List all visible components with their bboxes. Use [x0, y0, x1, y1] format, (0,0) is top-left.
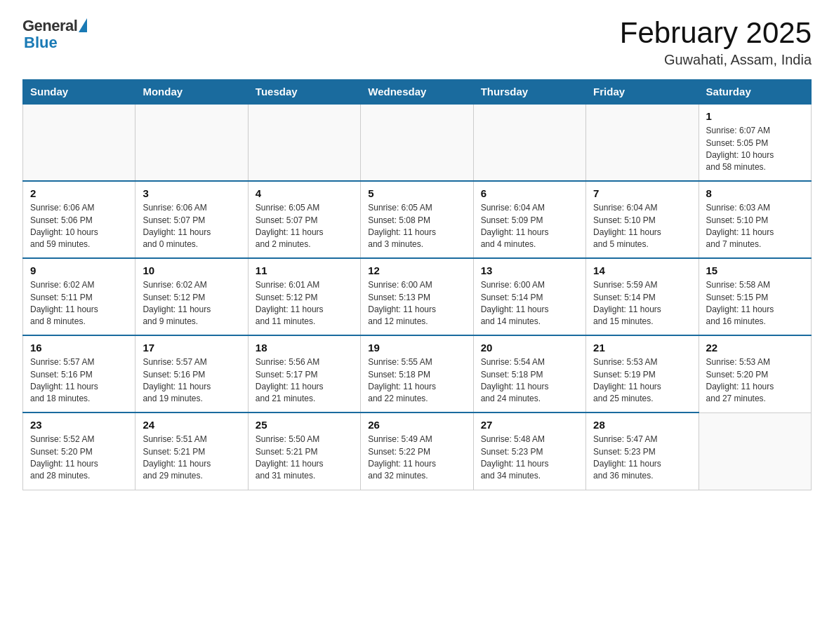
calendar-cell: 15Sunrise: 5:58 AM Sunset: 5:15 PM Dayli…: [699, 258, 811, 335]
day-info: Sunrise: 5:47 AM Sunset: 5:23 PM Dayligh…: [593, 434, 691, 483]
calendar-cell: 2Sunrise: 6:06 AM Sunset: 5:06 PM Daylig…: [23, 181, 135, 258]
calendar-cell: 13Sunrise: 6:00 AM Sunset: 5:14 PM Dayli…: [473, 258, 585, 335]
weekday-header-thursday: Thursday: [473, 80, 585, 105]
day-number: 5: [368, 187, 465, 199]
day-info: Sunrise: 5:54 AM Sunset: 5:18 PM Dayligh…: [481, 356, 578, 405]
calendar-cell: 24Sunrise: 5:51 AM Sunset: 5:21 PM Dayli…: [135, 412, 248, 490]
calendar-cell: 26Sunrise: 5:49 AM Sunset: 5:22 PM Dayli…: [361, 412, 473, 490]
title-section: February 2025 Guwahati, Assam, India: [620, 17, 812, 68]
day-info: Sunrise: 5:53 AM Sunset: 5:19 PM Dayligh…: [593, 356, 691, 405]
day-number: 11: [256, 264, 353, 276]
calendar-cell: 11Sunrise: 6:01 AM Sunset: 5:12 PM Dayli…: [248, 258, 360, 335]
day-number: 24: [143, 419, 240, 431]
day-info: Sunrise: 5:57 AM Sunset: 5:16 PM Dayligh…: [30, 356, 128, 405]
calendar-cell: [361, 104, 473, 181]
day-number: 25: [256, 419, 353, 431]
day-info: Sunrise: 5:59 AM Sunset: 5:14 PM Dayligh…: [593, 279, 691, 328]
calendar-week-row: 9Sunrise: 6:02 AM Sunset: 5:11 PM Daylig…: [23, 258, 812, 335]
day-number: 21: [593, 342, 691, 354]
calendar-header-row: SundayMondayTuesdayWednesdayThursdayFrid…: [23, 80, 812, 105]
day-info: Sunrise: 5:50 AM Sunset: 5:21 PM Dayligh…: [256, 434, 353, 483]
day-number: 8: [706, 187, 804, 199]
calendar-cell: 14Sunrise: 5:59 AM Sunset: 5:14 PM Dayli…: [586, 258, 699, 335]
calendar-cell: 22Sunrise: 5:53 AM Sunset: 5:20 PM Dayli…: [699, 335, 811, 412]
day-info: Sunrise: 5:51 AM Sunset: 5:21 PM Dayligh…: [143, 434, 240, 483]
calendar-cell: 1Sunrise: 6:07 AM Sunset: 5:05 PM Daylig…: [699, 104, 811, 181]
weekday-header-wednesday: Wednesday: [361, 80, 473, 105]
calendar-cell: [699, 412, 811, 490]
day-info: Sunrise: 6:05 AM Sunset: 5:07 PM Dayligh…: [256, 202, 353, 251]
calendar-cell: [23, 104, 135, 181]
logo: General Blue: [22, 17, 87, 52]
calendar-cell: 19Sunrise: 5:55 AM Sunset: 5:18 PM Dayli…: [361, 335, 473, 412]
day-number: 9: [30, 264, 128, 276]
calendar-cell: 12Sunrise: 6:00 AM Sunset: 5:13 PM Dayli…: [361, 258, 473, 335]
day-number: 13: [481, 264, 578, 276]
day-number: 22: [706, 342, 804, 354]
weekday-header-saturday: Saturday: [699, 80, 811, 105]
calendar-table: SundayMondayTuesdayWednesdayThursdayFrid…: [22, 79, 812, 490]
weekday-header-tuesday: Tuesday: [248, 80, 360, 105]
calendar-cell: 18Sunrise: 5:56 AM Sunset: 5:17 PM Dayli…: [248, 335, 360, 412]
calendar-cell: 6Sunrise: 6:04 AM Sunset: 5:09 PM Daylig…: [473, 181, 585, 258]
day-number: 27: [481, 419, 578, 431]
calendar-cell: 3Sunrise: 6:06 AM Sunset: 5:07 PM Daylig…: [135, 181, 248, 258]
day-info: Sunrise: 5:57 AM Sunset: 5:16 PM Dayligh…: [143, 356, 240, 405]
day-number: 10: [143, 264, 240, 276]
calendar-cell: 5Sunrise: 6:05 AM Sunset: 5:08 PM Daylig…: [361, 181, 473, 258]
calendar-cell: 21Sunrise: 5:53 AM Sunset: 5:19 PM Dayli…: [586, 335, 699, 412]
calendar-cell: 20Sunrise: 5:54 AM Sunset: 5:18 PM Dayli…: [473, 335, 585, 412]
calendar-cell: 23Sunrise: 5:52 AM Sunset: 5:20 PM Dayli…: [23, 412, 135, 490]
day-info: Sunrise: 5:53 AM Sunset: 5:20 PM Dayligh…: [706, 356, 804, 405]
day-number: 7: [593, 187, 691, 199]
day-info: Sunrise: 5:58 AM Sunset: 5:15 PM Dayligh…: [706, 279, 804, 328]
day-info: Sunrise: 6:06 AM Sunset: 5:07 PM Dayligh…: [143, 202, 240, 251]
logo-top: General: [22, 17, 87, 35]
location-subtitle: Guwahati, Assam, India: [620, 52, 812, 68]
day-info: Sunrise: 5:52 AM Sunset: 5:20 PM Dayligh…: [30, 434, 128, 483]
calendar-week-row: 23Sunrise: 5:52 AM Sunset: 5:20 PM Dayli…: [23, 412, 812, 490]
day-info: Sunrise: 6:04 AM Sunset: 5:10 PM Dayligh…: [593, 202, 691, 251]
calendar-cell: [135, 104, 248, 181]
day-info: Sunrise: 6:01 AM Sunset: 5:12 PM Dayligh…: [256, 279, 353, 328]
day-number: 17: [143, 342, 240, 354]
calendar-cell: 28Sunrise: 5:47 AM Sunset: 5:23 PM Dayli…: [586, 412, 699, 490]
month-title: February 2025: [620, 17, 812, 49]
day-number: 6: [481, 187, 578, 199]
calendar-cell: [248, 104, 360, 181]
day-info: Sunrise: 6:00 AM Sunset: 5:14 PM Dayligh…: [481, 279, 578, 328]
day-number: 19: [368, 342, 465, 354]
calendar-cell: 17Sunrise: 5:57 AM Sunset: 5:16 PM Dayli…: [135, 335, 248, 412]
day-number: 16: [30, 342, 128, 354]
calendar-cell: [473, 104, 585, 181]
calendar-cell: 7Sunrise: 6:04 AM Sunset: 5:10 PM Daylig…: [586, 181, 699, 258]
day-number: 3: [143, 187, 240, 199]
day-info: Sunrise: 6:00 AM Sunset: 5:13 PM Dayligh…: [368, 279, 465, 328]
calendar-cell: 9Sunrise: 6:02 AM Sunset: 5:11 PM Daylig…: [23, 258, 135, 335]
day-info: Sunrise: 5:56 AM Sunset: 5:17 PM Dayligh…: [256, 356, 353, 405]
day-info: Sunrise: 5:49 AM Sunset: 5:22 PM Dayligh…: [368, 434, 465, 483]
calendar-cell: 16Sunrise: 5:57 AM Sunset: 5:16 PM Dayli…: [23, 335, 135, 412]
day-number: 12: [368, 264, 465, 276]
day-info: Sunrise: 6:02 AM Sunset: 5:12 PM Dayligh…: [143, 279, 240, 328]
day-number: 15: [706, 264, 804, 276]
day-number: 18: [256, 342, 353, 354]
weekday-header-friday: Friday: [586, 80, 699, 105]
day-info: Sunrise: 6:04 AM Sunset: 5:09 PM Dayligh…: [481, 202, 578, 251]
day-number: 14: [593, 264, 691, 276]
logo-blue-text: Blue: [24, 34, 58, 52]
calendar-week-row: 16Sunrise: 5:57 AM Sunset: 5:16 PM Dayli…: [23, 335, 812, 412]
calendar-cell: 27Sunrise: 5:48 AM Sunset: 5:23 PM Dayli…: [473, 412, 585, 490]
day-number: 20: [481, 342, 578, 354]
page-header: General Blue February 2025 Guwahati, Ass…: [22, 17, 812, 68]
day-number: 2: [30, 187, 128, 199]
day-info: Sunrise: 6:03 AM Sunset: 5:10 PM Dayligh…: [706, 202, 804, 251]
day-info: Sunrise: 6:02 AM Sunset: 5:11 PM Dayligh…: [30, 279, 128, 328]
day-number: 26: [368, 419, 465, 431]
weekday-header-monday: Monday: [135, 80, 248, 105]
calendar-week-row: 1Sunrise: 6:07 AM Sunset: 5:05 PM Daylig…: [23, 104, 812, 181]
calendar-cell: 4Sunrise: 6:05 AM Sunset: 5:07 PM Daylig…: [248, 181, 360, 258]
calendar-week-row: 2Sunrise: 6:06 AM Sunset: 5:06 PM Daylig…: [23, 181, 812, 258]
day-number: 4: [256, 187, 353, 199]
logo-triangle-icon: [79, 18, 87, 32]
